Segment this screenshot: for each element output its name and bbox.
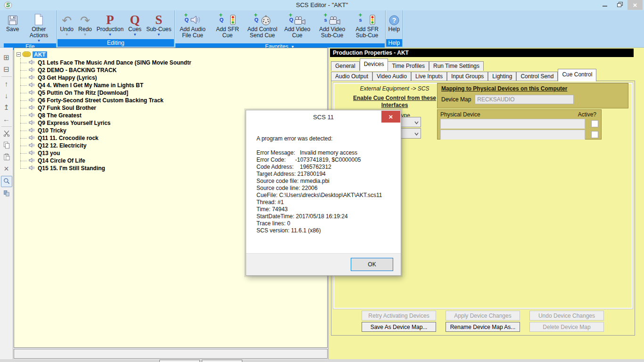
cue-label[interactable]: Q7 Funk Soul Brother — [38, 105, 96, 111]
ribbon-button[interactable]: ↷ Redo ▼ — [76, 11, 94, 39]
cue-label[interactable]: Q11 11. Crocodile rock — [38, 135, 99, 141]
sidebar-tool[interactable]: × — [1, 164, 12, 174]
cue-label[interactable]: Q13 you — [38, 150, 60, 156]
physical-device-field[interactable] — [440, 130, 585, 140]
cue-label[interactable]: Q9 Express Yourself Lyrics — [38, 120, 111, 126]
sidebar-tool[interactable]: ↑ — [1, 79, 12, 89]
cue-row[interactable]: Q8 The Greatest — [17, 112, 191, 119]
ribbon-button[interactable]: Save — [4, 11, 21, 43]
page-icon — [33, 12, 44, 26]
cue-row[interactable]: Q4 4. When I Get My Name in Lights BT — [17, 82, 191, 89]
cue-label[interactable]: Q14 Circle Of Life — [38, 157, 85, 164]
subtab[interactable]: Lighting — [488, 72, 516, 81]
ribbon-button[interactable]: +s Add Video Sub-Cue — [315, 11, 350, 43]
sidebar-tool[interactable]: ← — [1, 114, 12, 124]
sidebar-tool[interactable] — [1, 152, 12, 163]
active-checkbox[interactable] — [591, 120, 598, 127]
help-icon: ? — [388, 12, 400, 26]
cue-row[interactable]: Q12 12. Electricity — [17, 142, 191, 149]
cue-row[interactable]: Q9 Express Yourself Lyrics — [17, 119, 191, 127]
ribbon-button[interactable]: Other Actions ▼ — [21, 11, 56, 43]
device-button[interactable]: Apply Device Changes — [446, 311, 520, 321]
cue-label[interactable]: Q8 The Greatest — [38, 112, 82, 119]
tab[interactable]: General — [331, 61, 360, 71]
device-button[interactable]: Delete Device Map — [529, 322, 604, 332]
ribbon-button[interactable]: +Q Add Audio File Cue — [175, 11, 210, 43]
device-map-input[interactable] — [475, 95, 574, 104]
cue-row[interactable]: Q3 Get Happy (Lyrics) — [17, 74, 191, 82]
device-button[interactable]: Rename Device Map As... — [446, 322, 520, 332]
cue-row[interactable]: Q11 11. Crocodile rock — [17, 134, 191, 142]
subtab[interactable]: Control Send — [516, 72, 558, 81]
production-icon — [22, 51, 31, 59]
ribbon-button[interactable]: +Q Add SFR Cue — [210, 11, 245, 43]
cue-label[interactable]: Q15 15. I'm Still Standing — [38, 165, 105, 172]
cue-row[interactable]: Q13 you — [17, 149, 191, 157]
device-button[interactable]: Save As Device Map... — [362, 322, 436, 332]
letter-q-icon: Q — [130, 12, 140, 26]
ribbon: Save Other Actions ▼ File ↶ Undo ▼ — [0, 10, 644, 48]
cue-label[interactable]: Q12 12. Electricity — [38, 142, 86, 149]
subtab[interactable]: Input Groups — [447, 72, 488, 81]
tab[interactable]: Run Time Settings — [429, 61, 484, 71]
ok-button[interactable]: OK — [351, 258, 393, 271]
ribbon-button[interactable]: S Sub-Cues ▼ — [144, 11, 173, 39]
cue-label[interactable]: Q5 Puttin On The Ritz [Download] — [38, 90, 128, 96]
svg-text:?: ? — [392, 16, 396, 24]
cue-row[interactable]: Q2 DEMO - BACKING TRACK — [17, 66, 191, 74]
sidebar-tool[interactable]: ⊟ — [1, 64, 12, 74]
cue-label[interactable]: Q3 Get Happy (Lyrics) — [38, 74, 97, 81]
cue-label[interactable]: Q10 Tricky — [38, 127, 66, 134]
ribbon-button[interactable]: ? Help — [386, 11, 403, 39]
minimize-icon — [602, 2, 608, 8]
dropdown-arrow-icon: ▼ — [83, 33, 87, 37]
cue-label[interactable]: Q1 Lets Face The Music And Dance (SING M… — [38, 59, 191, 66]
sidebar-tool[interactable]: ↥ — [1, 102, 12, 113]
cue-row[interactable]: Q1 Lets Face The Music And Dance (SING M… — [17, 59, 191, 66]
enable-cue-control-heading: Enable Cue Control from these Interfaces — [347, 95, 442, 109]
device-button[interactable]: Undo Device Changes — [529, 311, 604, 321]
physical-device-field[interactable] — [440, 119, 585, 129]
minimize-button[interactable] — [597, 0, 612, 10]
sidebar-tool[interactable] — [1, 140, 12, 151]
cue-row[interactable]: Q7 Funk Soul Brother — [17, 104, 191, 112]
tab[interactable]: Time Profiles — [388, 61, 429, 71]
sidebar-tool[interactable] — [1, 129, 12, 139]
properties-tabs: General Devices Time Profiles Run Time S… — [331, 60, 484, 71]
speaker-icon — [29, 89, 35, 97]
sidebar-tool[interactable] — [1, 176, 12, 187]
dialog-close-button[interactable]: × — [381, 111, 400, 123]
cue-label[interactable]: Q4 4. When I Get My Name in Lights BT — [38, 82, 143, 89]
ribbon-button[interactable]: ↶ Undo ▼ — [58, 11, 76, 39]
tab[interactable]: Devices — [360, 58, 388, 71]
subtab[interactable]: Audio Output — [331, 72, 372, 81]
subtab[interactable]: Cue Control — [558, 69, 596, 82]
ribbon-button[interactable]: Q Cues ▼ — [126, 11, 144, 39]
active-checkbox[interactable] — [591, 131, 598, 138]
sidebar-tool[interactable] — [1, 126, 12, 127]
subtab[interactable]: Video Audio — [372, 72, 411, 81]
device-button[interactable]: Retry Activating Devices — [362, 311, 436, 321]
sidebar-tool[interactable] — [1, 76, 12, 77]
ribbon-button[interactable]: +Q Add Control Send Cue — [245, 11, 280, 43]
cue-row[interactable]: Q10 Tricky — [17, 127, 191, 134]
sidebar-tool[interactable]: ↓ — [1, 90, 12, 101]
copy-icon — [3, 141, 10, 150]
cue-row[interactable]: Q15 15. I'm Still Standing — [17, 165, 191, 172]
cue-label[interactable]: Q2 DEMO - BACKING TRACK — [38, 67, 116, 74]
restore-button[interactable] — [612, 0, 627, 10]
cue-row[interactable]: Q6 Forty-Second Street Custom Backing Tr… — [17, 97, 191, 104]
tree-root-row[interactable]: AKT — [17, 50, 191, 59]
ribbon-button[interactable]: +Q Add Video Cue — [280, 11, 315, 43]
close-button[interactable]: × — [627, 0, 643, 10]
ribbon-button[interactable]: P Production ▼ — [94, 11, 126, 39]
subtab[interactable]: Live Inputs — [411, 72, 447, 81]
cue-row[interactable]: Q14 Circle Of Life — [17, 157, 191, 165]
collapse-toggle-icon[interactable] — [17, 51, 21, 58]
tree-root-label[interactable]: AKT — [33, 51, 47, 58]
cue-row[interactable]: Q5 Puttin On The Ritz [Download] — [17, 89, 191, 97]
ribbon-button[interactable]: +s Add SFR Sub-Cue — [350, 11, 385, 43]
sidebar-tool[interactable] — [1, 189, 12, 199]
sidebar-tool[interactable]: ⊞ — [1, 52, 12, 63]
cue-label[interactable]: Q6 Forty-Second Street Custom Backing Tr… — [38, 97, 164, 104]
